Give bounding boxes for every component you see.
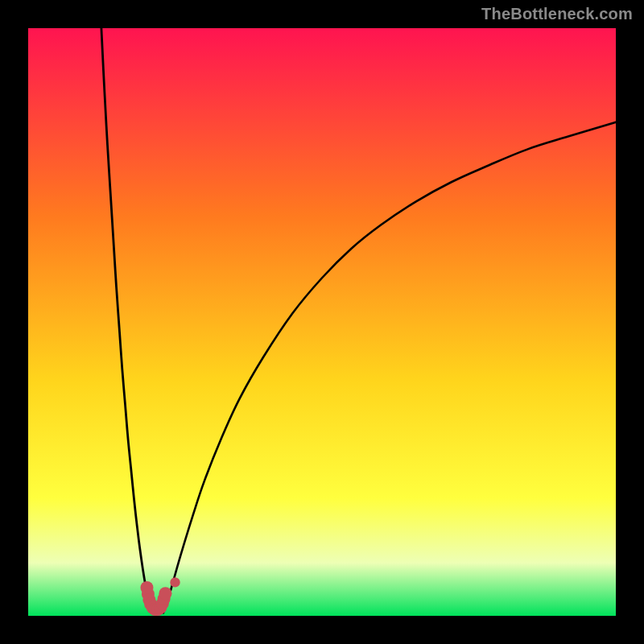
attribution-text: TheBottleneck.com <box>481 5 633 23</box>
plot-area <box>28 28 616 616</box>
gradient-background <box>28 28 616 616</box>
chart-svg <box>28 28 616 616</box>
chart-frame: TheBottleneck.com <box>0 0 644 644</box>
highlight-dot <box>159 587 171 600</box>
highlight-dot <box>170 577 180 587</box>
